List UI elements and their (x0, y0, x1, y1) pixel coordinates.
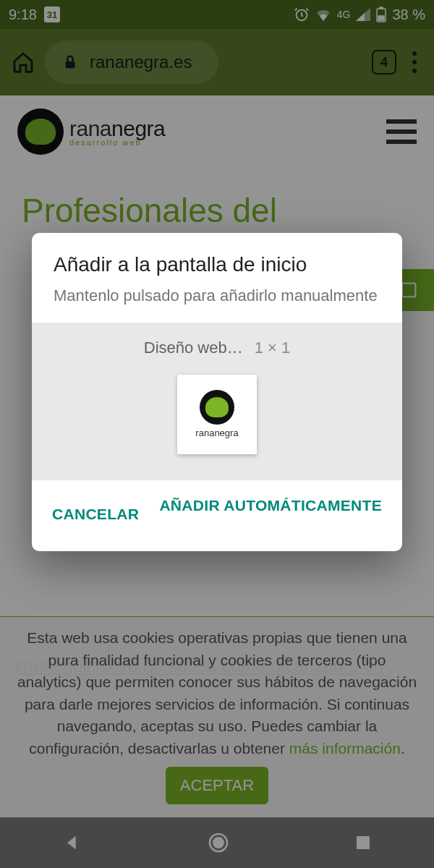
shortcut-name: Diseño web… (144, 339, 243, 357)
tile-label: rananegra (195, 427, 238, 438)
add-to-homescreen-dialog: Añadir a la pantalla de inicio Mantenlo … (32, 233, 402, 551)
frog-icon (200, 390, 234, 425)
shortcut-icon-preview[interactable]: rananegra (177, 375, 257, 454)
shortcut-size: 1 × 1 (255, 339, 291, 357)
cancel-button[interactable]: CANCELAR (49, 495, 142, 534)
dialog-title: Añadir a la pantalla de inicio (54, 253, 380, 276)
add-automatically-button[interactable]: AÑADIR AUTOMÁTICAMENTE (142, 495, 385, 534)
dialog-preview-area[interactable]: Diseño web…1 × 1 rananegra (32, 323, 402, 480)
dialog-subtitle: Mantenlo pulsado para añadirlo manualmen… (54, 285, 380, 307)
